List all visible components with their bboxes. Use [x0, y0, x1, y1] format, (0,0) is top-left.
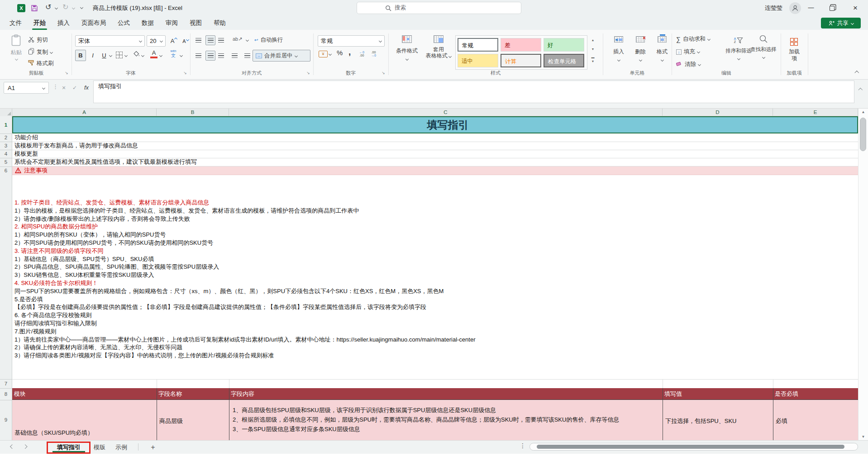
table-header-cell-3[interactable]: 填写值 [664, 388, 682, 400]
menu-tab-5[interactable]: 数据 [136, 16, 160, 30]
italic-button[interactable]: I [87, 50, 98, 61]
notice-banner[interactable]: 注意事项 [12, 166, 858, 175]
column-header-B[interactable]: B [157, 109, 229, 116]
shrink-font-button[interactable]: A [180, 35, 191, 47]
menu-tab-4[interactable]: 公式 [112, 16, 136, 30]
table-header-cell-2[interactable]: 字段内容 [231, 388, 254, 400]
row-number-3[interactable]: 3 [0, 142, 12, 150]
clear-button[interactable]: 清除 [676, 61, 701, 68]
decrease-indent-button[interactable] [232, 52, 238, 59]
conditional-format-button[interactable]: 条件格式 [392, 35, 422, 62]
row-number-2[interactable]: 2 [0, 133, 12, 142]
align-top-button[interactable] [196, 37, 201, 44]
underline-button[interactable]: U [99, 50, 110, 61]
row-number-8[interactable]: 8 [0, 390, 12, 398]
align-bottom-button[interactable] [218, 37, 224, 44]
vertical-scroll-thumb[interactable] [860, 118, 866, 151]
undo-icon[interactable]: ↺ [45, 3, 51, 11]
autosum-button[interactable]: ∑ 自动求和 [676, 35, 710, 43]
format-cells-button[interactable]: 格式 [653, 36, 672, 62]
column-header-D[interactable]: D [663, 109, 773, 116]
borders-button[interactable] [116, 52, 123, 58]
horizontal-scrollbar[interactable] [529, 443, 858, 451]
column-header-A[interactable]: A [12, 109, 157, 116]
cell-style-1[interactable]: 差 [501, 38, 541, 52]
increase-decimal-button[interactable]: ←0 .00 [359, 51, 364, 57]
column-header-E[interactable]: E [773, 109, 858, 116]
font-dialog-launcher[interactable] [183, 71, 187, 75]
confirm-button[interactable]: ✓ [70, 82, 80, 94]
cell-field-name[interactable]: 商品层级 [159, 417, 183, 425]
scroll-down-arrow[interactable]: ▼ [858, 435, 868, 439]
cancel-button[interactable]: × [59, 82, 69, 94]
cell-style-0[interactable]: 常规 [458, 38, 498, 52]
orientation-button[interactable]: ab↗ [233, 36, 242, 42]
cell-field-content[interactable]: 1、商品层级包括SPU层级和SKU层级，该字段用于识别该行数据属于SPU层级信息… [233, 405, 631, 434]
sheet-tab-2[interactable]: 示例 [110, 441, 132, 454]
row-number-1[interactable]: 1 [0, 121, 12, 129]
align-right-button[interactable] [218, 52, 224, 59]
row-number-7[interactable]: 7 [0, 380, 12, 388]
wrap-text-button[interactable]: ↩ 自动换行 [254, 36, 283, 44]
name-box[interactable]: A1 [4, 82, 49, 94]
comma-button[interactable]: , [348, 47, 351, 57]
find-select-button[interactable]: 查找和选择 [746, 34, 781, 60]
font-color-button[interactable]: A [150, 50, 157, 58]
excel-logo-icon[interactable]: X [17, 4, 25, 12]
cell-fill-value[interactable]: 下拉选择，包括SPU、SKU [665, 417, 736, 425]
account-name[interactable]: 连莹莹 [765, 0, 782, 16]
column-header-C[interactable]: C [229, 109, 663, 116]
accounting-format-button[interactable]: ¥ [319, 51, 328, 57]
tab-options-icon[interactable]: ⋮ [520, 442, 526, 449]
cell-row2[interactable]: 功能介绍 [14, 133, 38, 142]
minimize-button[interactable]: — [801, 0, 821, 16]
decrease-decimal-button[interactable]: .00 →0 [371, 51, 376, 57]
styles-scroll-down[interactable]: ▼ [589, 45, 596, 53]
align-center-button[interactable] [205, 51, 215, 61]
fill-color-button[interactable] [133, 51, 140, 59]
paste-button[interactable]: 粘贴 [5, 34, 27, 71]
copy-button[interactable]: 复制 [28, 48, 52, 56]
bold-button[interactable]: B [75, 50, 86, 61]
cell-style-5[interactable]: 检查单元格 [544, 54, 584, 67]
menu-tab-7[interactable]: 视图 [184, 16, 208, 30]
search-bar[interactable]: 搜索 [357, 2, 521, 14]
restore-button[interactable] [821, 0, 843, 16]
menu-tab-2[interactable]: 插入 [52, 16, 76, 30]
cell-style-4[interactable]: 计算 [501, 54, 541, 67]
row-number-5[interactable]: 5 [0, 158, 12, 166]
fx-button[interactable]: fx [81, 82, 91, 94]
share-button[interactable]: 共享 [821, 18, 861, 28]
vertical-scrollbar[interactable]: ▲ ▼ [858, 109, 868, 440]
table-header-cell-1[interactable]: 字段名称 [158, 388, 182, 400]
font-size-select[interactable]: 20 [147, 35, 166, 47]
avatar[interactable] [789, 2, 801, 14]
merge-center-button[interactable]: ↔ 合并后居中 [253, 50, 310, 62]
addins-button[interactable]: 加载项 [783, 36, 806, 62]
styles-scroll-up[interactable]: ▲ [589, 36, 596, 44]
number-dialog-launcher[interactable] [381, 71, 386, 75]
row-number-9[interactable]: 9 [0, 416, 12, 424]
sheet-tab-1[interactable]: 模版 [89, 441, 110, 454]
delete-cells-button[interactable]: × 删除 [631, 36, 650, 62]
cell-style-2[interactable]: 好 [544, 38, 584, 52]
grow-font-button[interactable]: A [168, 35, 179, 47]
save-icon[interactable] [31, 5, 38, 13]
align-middle-button[interactable] [205, 35, 215, 45]
insert-cells-button[interactable]: 插入 [609, 36, 628, 62]
table-header-cell-0[interactable]: 模块 [14, 388, 26, 400]
increase-indent-button[interactable] [244, 52, 250, 59]
format-painter-button[interactable]: 格式刷 [28, 60, 54, 67]
row-number-6[interactable]: 6 [0, 166, 12, 175]
cut-button[interactable]: 剪切 [28, 36, 48, 44]
table-header-cell-4[interactable]: 是否必填 [775, 388, 798, 400]
cell-module[interactable]: 基础信息（SKU/SPU均必填） [14, 429, 93, 437]
alignment-dialog-launcher[interactable] [306, 71, 310, 75]
cell-required[interactable]: 必填 [776, 417, 787, 425]
format-as-table-button[interactable]: 套用 表格格式 [424, 35, 453, 59]
number-format-select[interactable]: 常规 [318, 35, 385, 47]
styles-more-button[interactable]: ▬▼ [589, 55, 596, 64]
font-name-select[interactable]: 宋体 [75, 35, 145, 47]
add-sheet-button[interactable]: + [147, 441, 159, 454]
percent-button[interactable]: % [337, 49, 343, 57]
